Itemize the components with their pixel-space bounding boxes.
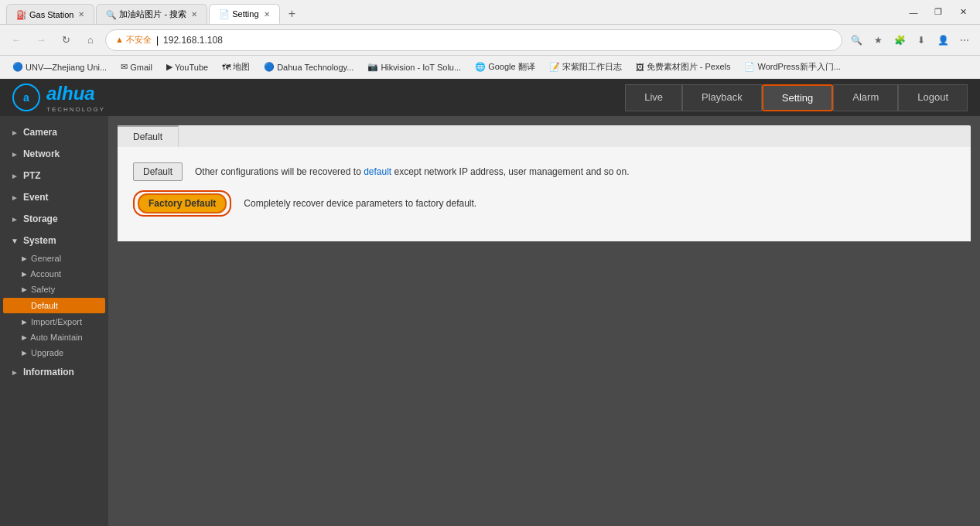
bookmark-unv[interactable]: 🔵 UNV—Zhejiang Uni... (6, 60, 113, 73)
panel-tab-default[interactable]: Default (118, 125, 179, 147)
arrow-event: ► (11, 193, 19, 202)
sidebar-section-ptz: ► PTZ (0, 166, 108, 186)
bookmark-favicon-maps: 🗺 (222, 63, 230, 72)
nav-live[interactable]: Live (625, 84, 682, 111)
nav-playback[interactable]: Playback (682, 84, 762, 111)
factory-description: Completely recover device parameters to … (244, 198, 476, 209)
nav-setting[interactable]: Setting (762, 84, 833, 111)
arrow-safety: ► (20, 285, 29, 294)
address-bar: ← → ↻ ⌂ ▲ 不安全 | 192.168.1.108 🔍 ★ 🧩 ⬇ 👤 … (0, 25, 980, 56)
nav-logout[interactable]: Logout (898, 84, 968, 111)
panel-tab-bar: Default (118, 125, 971, 147)
bookmark-translate[interactable]: 🌐 Google 翻译 (469, 60, 541, 74)
back-button[interactable]: ← (6, 30, 26, 50)
bookmark-worklog[interactable]: 📝 宋紫阳工作日志 (543, 60, 628, 74)
tab-gas-station[interactable]: ⛽ Gas Station ✕ (6, 4, 94, 24)
window-controls: — ❐ ✕ (903, 5, 974, 20)
content-panel: Default Default Other configurations wil… (118, 125, 971, 241)
minimize-button[interactable]: — (903, 5, 924, 20)
sidebar-item-camera[interactable]: ► Camera (0, 122, 108, 142)
bookmark-label-hikvision: Hikvision - IoT Solu... (381, 63, 461, 72)
bookmark-pexels[interactable]: 🖼 免费素材图片 - Pexels (630, 60, 737, 74)
sidebar-sub-safety[interactable]: ► Safety (0, 282, 108, 297)
bookmark-dahua[interactable]: 🔵 Dahua Technology... (258, 60, 360, 73)
address-separator: | (156, 35, 159, 46)
settings-icon[interactable]: ⋯ (955, 31, 974, 50)
sidebar-sub-general[interactable]: ► General (0, 251, 108, 266)
tab-favicon-3: 📄 (219, 9, 228, 19)
sidebar-sub-importexport[interactable]: ► Import/Export (0, 314, 108, 330)
bookmark-maps[interactable]: 🗺 地图 (216, 60, 256, 74)
sidebar-sub-upgrade[interactable]: ► Upgrade (0, 345, 108, 360)
bookmark-favicon-youtube: ▶ (166, 62, 172, 72)
bookmark-favicon-hikvision: 📷 (367, 62, 378, 72)
bookmark-wordpress[interactable]: 📄 WordPress新手入门... (738, 60, 846, 74)
sidebar-label-general: General (31, 254, 61, 263)
bookmark-favicon-worklog: 📝 (549, 62, 560, 72)
bookmark-label-dahua: Dahua Technology... (277, 63, 353, 72)
maximize-button[interactable]: ❐ (927, 5, 949, 20)
tab-close-1[interactable]: ✕ (78, 10, 84, 19)
arrow-importexport: ► (20, 317, 29, 326)
bookmark-label-wordpress: WordPress新手入门... (757, 61, 840, 73)
arrow-ptz: ► (11, 172, 19, 180)
arrow-information: ► (11, 368, 19, 377)
arrow-storage: ► (11, 215, 19, 224)
tab-close-3[interactable]: ✕ (264, 10, 270, 19)
sidebar-label-system: System (23, 235, 56, 246)
bookmark-label-unv: UNV—Zhejiang Uni... (26, 63, 107, 72)
factory-default-button[interactable]: Factory Default (138, 193, 227, 213)
header-nav: Live Playback Setting Alarm Logout (625, 84, 968, 111)
profile-icon[interactable]: 👤 (934, 31, 952, 50)
sidebar-item-storage[interactable]: ► Storage (0, 209, 108, 229)
tab-search[interactable]: 🔍 加油站图片 - 搜索 ✕ (96, 4, 207, 24)
tab-close-2[interactable]: ✕ (191, 10, 197, 19)
bookmark-youtube[interactable]: ▶ YouTube (160, 60, 214, 73)
tab-title-3: Setting (232, 9, 258, 19)
extensions-icon[interactable]: 🧩 (890, 31, 909, 50)
forward-button[interactable]: → (31, 30, 51, 50)
sidebar-item-ptz[interactable]: ► PTZ (0, 166, 108, 186)
logo-text: alhua (46, 83, 105, 104)
sidebar-label-camera: Camera (23, 127, 57, 138)
sidebar-item-system[interactable]: ▼ System (0, 231, 108, 251)
bookmark-label-maps: 地图 (233, 61, 250, 73)
new-tab-button[interactable]: + (282, 4, 303, 24)
tab-title-2: 加油站图片 - 搜索 (119, 9, 186, 20)
bookmark-hikvision[interactable]: 📷 Hikvision - IoT Solu... (361, 60, 467, 73)
default-link[interactable]: default (364, 166, 391, 177)
arrow-system: ▼ (11, 237, 19, 245)
bookmark-favicon-wordpress: 📄 (744, 62, 755, 72)
address-input[interactable]: ▲ 不安全 | 192.168.1.108 (105, 29, 842, 51)
refresh-button[interactable]: ↻ (56, 30, 76, 50)
sidebar-sub-default[interactable]: ► Default (3, 298, 105, 313)
arrow-default: ► (20, 301, 29, 310)
bookmark-favicon-dahua: 🔵 (264, 62, 275, 72)
arrow-automaintain: ► (20, 333, 29, 342)
sidebar-label-account: Account (30, 269, 61, 278)
sidebar-label-event: Event (23, 192, 49, 203)
arrow-network: ► (11, 150, 19, 159)
bookmark-label-youtube: YouTube (175, 63, 208, 72)
downloads-icon[interactable]: ⬇ (912, 31, 930, 50)
sidebar-item-event[interactable]: ► Event (0, 187, 108, 207)
bookmark-label-worklog: 宋紫阳工作日志 (562, 61, 622, 73)
default-button[interactable]: Default (133, 162, 183, 181)
sidebar-label-default: Default (31, 301, 58, 310)
close-button[interactable]: ✕ (952, 5, 974, 20)
address-toolbar: 🔍 ★ 🧩 ⬇ 👤 ⋯ (847, 31, 974, 50)
home-button[interactable]: ⌂ (80, 30, 101, 50)
favorites-icon[interactable]: ★ (869, 31, 887, 50)
sidebar-label-storage: Storage (23, 213, 58, 224)
search-icon[interactable]: 🔍 (847, 31, 866, 50)
sidebar-sub-account[interactable]: ► Account (0, 266, 108, 282)
nav-alarm[interactable]: Alarm (833, 84, 898, 111)
sidebar-sub-automaintain[interactable]: ► Auto Maintain (0, 330, 108, 345)
tab-setting[interactable]: 📄 Setting ✕ (209, 4, 279, 24)
bookmark-gmail[interactable]: ✉ Gmail (114, 60, 159, 73)
sidebar-section-network: ► Network (0, 144, 108, 164)
browser-frame: ⛽ Gas Station ✕ 🔍 加油站图片 - 搜索 ✕ 📄 Setting… (0, 0, 980, 526)
sidebar-item-network[interactable]: ► Network (0, 144, 108, 164)
bookmarks-bar: 🔵 UNV—Zhejiang Uni... ✉ Gmail ▶ YouTube … (0, 56, 980, 79)
sidebar-item-information[interactable]: ► Information (0, 362, 108, 382)
